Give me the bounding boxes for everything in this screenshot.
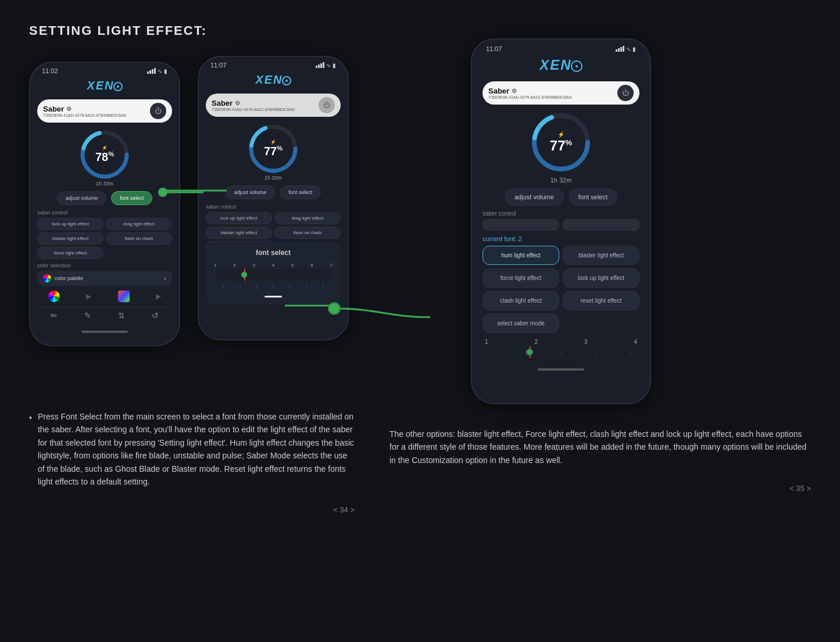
color-gradient-icon[interactable] [118,290,130,302]
battery-time-3: 1h 32m [551,177,572,184]
saber-bar-1: Saber ⚙ 735E9E99-41AD-4376-8A22-87B49BB3… [37,99,172,123]
hum-light-effect-btn[interactable]: hum light effect [482,246,559,265]
status-icons-3: ∿ ▮ [616,46,636,52]
force-btn-1[interactable]: force light effect [37,247,103,259]
xeno-logo-1: XEN [37,77,172,95]
tool-icon-3[interactable]: ⇅ [118,311,125,320]
flash-btn-1[interactable]: flash on clash [106,232,172,245]
font-select-btn-1[interactable]: font select [111,191,152,205]
status-icons-2: ∿ ▮ [316,62,336,69]
wifi-icon-2: ∿ [326,62,331,69]
description-right: The other options: blaster light effect,… [389,410,811,514]
bullet-point: • [29,411,32,488]
battery-icon-1: ▮ [164,68,167,74]
effect-buttons-grid: hum light effect blaster light effect fo… [482,246,639,333]
phone3-content: XEN Saber ⚙ 735E9E99-41AD-4376-8A22-87B4… [472,55,650,365]
phone-3: 11:07 ∿ ▮ XEN [471,38,651,404]
font-select-btn-3[interactable]: font select [569,188,617,206]
page-number-right-row: < 35 > [389,472,811,493]
play-icon-2[interactable]: ▶ [156,292,161,300]
gear-icon-3: ⚙ [512,88,517,94]
xeno-o-3 [571,60,582,72]
power-button-3[interactable]: ⏻ [617,85,634,101]
current-font-label: current font: 2 [482,235,639,242]
time-2: 11:07 [210,62,227,69]
phone2-content: XEN Saber ⚙ 735E9E99-41AD-4376-8A22-87B4… [199,71,348,263]
battery-display-3: ⚡ 77% 1h 32m [482,110,639,184]
tool-icon-1[interactable]: ✏ [51,311,58,320]
blaster-btn-1[interactable]: blaster light effect [37,232,103,245]
phone-2: 11:07 ∿ ▮ XEN [198,56,349,340]
page-number-right: < 35 > [789,484,811,493]
battery-display-2: ⚡ 77% 1h 32m [206,123,341,181]
color-icons-1: ▶ ▶ [37,288,172,304]
saber-bar-3: Saber ⚙ 735E9E99-41AD-4376-8A22-87B49BB3… [482,81,639,105]
gear-icon-1: ⚙ [66,106,72,112]
lock-up-light-effect-btn[interactable]: lock up light effect [563,268,639,288]
xeno-logo-2: XEN [206,71,341,89]
scale-bar-3[interactable]: ||||||||| [482,346,639,358]
tool-icon-4[interactable]: ↺ [152,311,159,320]
flash-btn-2[interactable]: flash on clash [274,227,341,239]
home-indicator-3 [538,368,584,371]
color-wheel-icon[interactable] [48,290,60,302]
scroll-indicator [213,296,334,297]
wifi-icon-1: ∿ [158,68,162,74]
bottom-tools-1: ✏ ✎ ⇅ ↺ [37,307,172,320]
page-number-left-row: < 34 > [29,494,355,514]
adjust-volume-btn-2[interactable]: adjust volume [226,185,276,199]
lock-up-btn-1[interactable]: lock up light effect [37,218,103,230]
description-left-text: Press Font Select from the main screen t… [38,410,355,488]
color-palette-1[interactable]: color palette › [37,271,172,286]
power-button-2[interactable]: ⏻ [319,97,335,113]
battery-time-2: 1h 32m [264,175,282,181]
scale-bar-2[interactable] [215,269,331,281]
color-selection-label-1: color selection [37,263,172,268]
time-3: 11:07 [486,45,502,52]
control-grid-1: lock up light effect drag light effect b… [37,218,172,259]
scale-numbers-3: 1234 [482,339,639,345]
reset-light-effect-btn[interactable]: reset light effect [563,291,639,310]
power-button-1[interactable]: ⏻ [150,103,166,119]
lock-up-btn-2[interactable]: lock up light effect [206,212,272,224]
status-icons-1: ∿ ▮ [147,68,167,74]
force-light-effect-btn[interactable]: force light effect [482,268,559,288]
description-right-text: The other options: blaster light effect,… [389,428,811,467]
drag-btn-2[interactable]: drag light effect [274,212,341,224]
status-bar-3: 11:07 ∿ ▮ [472,40,650,55]
battery-display-1: ⚡ 78% 1h 33m [37,128,172,186]
select-saber-mode-btn[interactable]: select saber mode [482,314,559,333]
page-title: SETTING LIGHT EFFECT: [29,23,811,38]
battery-icon-3: ▮ [632,46,636,52]
play-icon-1[interactable]: ▶ [86,292,91,300]
adjust-volume-btn-3[interactable]: adjust volume [505,188,564,206]
scale-numbers-2: 1234567 [213,263,334,268]
status-bar-2: 11:07 ∿ ▮ [199,57,348,71]
control-partial-1 [482,219,559,231]
palette-icon-1 [43,274,51,282]
adjust-volume-btn-1[interactable]: adjust volume [57,191,107,205]
saber-bar-2: Saber ⚙ 735E9E99-41AD-4376-8A22-87B49BB3… [206,94,341,117]
control-partial-2 [563,219,639,231]
blaster-btn-2[interactable]: blaster light effect [206,227,272,239]
xeno-logo-3: XEN [482,55,639,76]
saber-id-1: 735E9E99-41AD-4376-8A22-87B49BB3C6AD [43,113,127,117]
font-popup: font select 1234567 ||||||| [206,242,341,304]
page-number-left: < 34 > [333,505,355,514]
signal-icon-2 [316,62,324,68]
gear-icon-2: ⚙ [235,100,240,106]
phone1-content: XEN Saber ⚙ 735E9E99-41AD-4376-8A22-87B4… [30,77,179,327]
drag-btn-1[interactable]: drag light effect [106,218,172,230]
bottom-content: • Press Font Select from the main screen… [29,410,811,514]
tool-icon-2[interactable]: ✎ [84,311,91,320]
clash-light-effect-btn[interactable]: clash light effect [482,291,559,310]
time-1: 11:02 [42,67,58,74]
xeno-o-2 [282,76,291,85]
font-select-btn-2[interactable]: font select [280,185,321,199]
battery-icon-2: ▮ [333,62,336,69]
saber-control-label-3: saber control [482,210,639,217]
blaster-light-effect-btn[interactable]: blaster light effect [563,246,639,265]
xeno-o-1 [113,82,123,91]
wifi-icon-3: ∿ [626,46,631,52]
action-buttons-1: adjust volume font select [37,191,172,205]
